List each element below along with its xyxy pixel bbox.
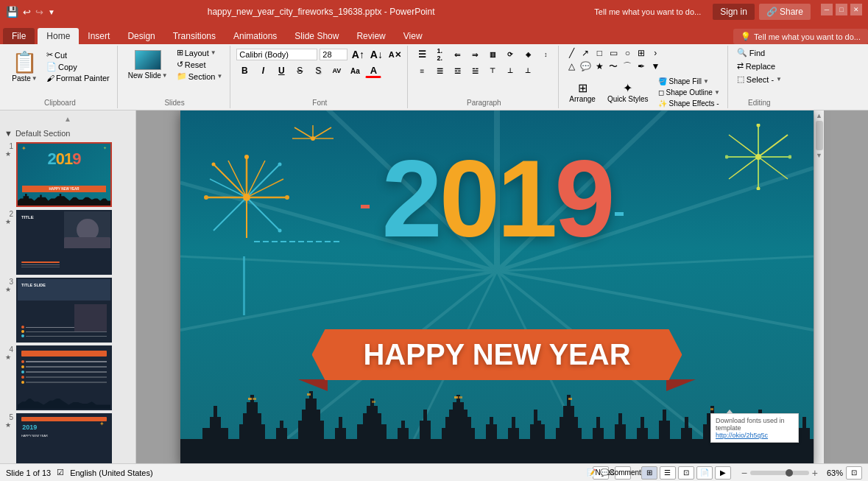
slide-5-thumbnail[interactable]: 2019 HAPPY NEW YEAR ✦ [16,413,112,463]
reading-view-button[interactable]: ▶ [715,466,731,480]
copy-button[interactable]: 📄 Copy [43,61,113,72]
scroll-thumb[interactable] [816,121,823,150]
triangle-shape[interactable]: △ [565,60,578,72]
slide-3-thumbnail[interactable]: TITLE SLIDE [16,278,112,343]
arrow-shape[interactable]: ↗ [579,47,592,59]
rect-shape[interactable]: □ [593,47,606,59]
tell-me-box[interactable]: 💡 Tell me what you want to do... [733,29,868,44]
more-shapes[interactable]: ⊞ [635,47,648,59]
convert-to-smartart-button[interactable]: ◈ [520,47,536,62]
tab-view[interactable]: View [395,28,431,44]
normal-view-button[interactable]: ⊞ [641,466,657,480]
format-painter-button[interactable]: 🖌 Format Painter [43,73,113,83]
star-shape[interactable]: ★ [593,60,606,72]
change-case-button[interactable]: Aa [347,63,363,78]
tab-home[interactable]: Home [38,28,79,44]
fit-slide-button[interactable]: ⊡ [846,466,862,480]
zoom-out-button[interactable]: − [741,467,747,479]
quick-styles-button[interactable]: ✦ Quick Styles [603,74,653,110]
tab-slideshow[interactable]: Slide Show [286,28,347,44]
zoom-level[interactable]: 63% [821,468,843,477]
sign-in-button[interactable]: Sign in [713,4,755,20]
line-shape[interactable]: ╱ [565,47,578,59]
bullets-button[interactable]: ☰ [414,47,430,62]
font-name-input[interactable] [236,49,317,60]
comments-button[interactable]: 💬 Comments [615,466,631,480]
undo-icon[interactable]: ↩ [23,7,31,18]
callout-shape[interactable]: 💬 [579,60,592,72]
shape-outline-button[interactable]: ◻ Shape Outline▼ [655,88,722,97]
scroll-down-arrow[interactable]: ▼ [816,152,822,159]
share-button[interactable]: 🔗 Share [759,4,811,20]
close-button[interactable]: ✕ [850,4,862,15]
font-size-input[interactable] [320,49,347,60]
align-middle-button[interactable]: ⊥ [502,63,518,78]
replace-button[interactable]: ⇄ Replace [734,60,785,71]
slide-canvas[interactable]: 2 0 1 9 HAPPY NEW YEAR [180,110,814,463]
notes-view-button[interactable]: 📄 [696,466,713,480]
char-spacing-button[interactable]: AV [328,63,345,78]
outline-view-button[interactable]: ☰ [660,466,676,480]
align-bottom-button[interactable]: ⊥ [520,63,536,78]
slide-1-thumbnail[interactable]: 2019 HAPPY NEW YEAR ✦ ✦ [16,142,112,207]
rounded-rect-shape[interactable]: ▭ [607,47,620,59]
justify-button[interactable]: ☱ [467,63,483,78]
layout-button[interactable]: ⊞ Layout▼ [174,47,226,58]
tab-review[interactable]: Review [347,28,394,44]
tab-design[interactable]: Design [119,28,163,44]
new-slide-button[interactable]: New Slide▼ [124,47,172,82]
increase-indent-button[interactable]: ⇒ [467,47,483,62]
align-center-button[interactable]: ☰ [431,63,448,78]
slide-4-thumbnail[interactable] [16,345,112,410]
bold-button[interactable]: B [236,63,253,78]
text-direction-button[interactable]: ⟳ [502,47,518,62]
minimize-button[interactable]: ─ [821,4,833,15]
language[interactable]: English (United States) [70,468,153,477]
oval-shape[interactable]: ○ [621,47,634,59]
sign-in-button[interactable]: Tell me what you want to do... [587,4,708,19]
section-header[interactable]: ▼ Default Section [3,127,133,139]
shadow-button[interactable]: S [310,63,326,78]
columns-button[interactable]: ▥ [484,47,501,62]
slide-2-thumbnail[interactable]: TITLE [16,210,112,275]
save-icon[interactable]: 💾 [6,6,18,18]
cut-button[interactable]: ✂ Cut [43,49,113,60]
increase-font-button[interactable]: A↑ [350,47,366,62]
tab-insert[interactable]: Insert [79,28,119,44]
zoom-slider[interactable] [750,471,809,475]
select-button[interactable]: ⬚ Select -▼ [734,74,785,85]
align-right-button[interactable]: ☲ [449,63,465,78]
font-color-button[interactable]: A [365,63,381,78]
shape-fill-button[interactable]: 🪣 Shape Fill▼ [655,77,722,86]
scroll-up-btn[interactable]: ▲ [3,113,133,124]
accessibility-icon[interactable]: ☑ [57,468,64,477]
paste-button[interactable]: 📋 Paste▼ [7,47,42,85]
reset-button[interactable]: ↺ Reset [174,59,226,70]
numbering-button[interactable]: 1.2. [431,47,448,62]
restore-button[interactable]: □ [836,4,847,15]
strikethrough-button[interactable]: S [292,63,308,78]
wave-shape[interactable]: 〜 [607,60,620,72]
tab-file[interactable]: File [3,28,35,44]
arrange-button[interactable]: ⊞ Arrange [565,74,600,110]
tooltip-link[interactable]: http://okio/2h5q5c [716,432,794,439]
decrease-indent-button[interactable]: ⇐ [449,47,465,62]
section-button[interactable]: 📁 Section▼ [174,71,226,82]
underline-button[interactable]: U [273,63,289,78]
clear-formatting-button[interactable]: A✕ [387,47,403,62]
scroll-up-arrow[interactable]: ▲ [816,112,822,119]
slide-sorter-button[interactable]: ⊡ [678,466,694,480]
tab-transitions[interactable]: Transitions [164,28,225,44]
zoom-in-button[interactable]: + [812,467,818,479]
freeform-shape[interactable]: ✒ [635,60,648,72]
chevron-shape[interactable]: › [649,47,662,59]
align-left-button[interactable]: ≡ [414,63,430,78]
align-top-button[interactable]: ⊤ [484,63,501,78]
find-button[interactable]: 🔍 Find [734,47,785,58]
vertical-scrollbar[interactable]: ▲ ▼ [814,110,824,463]
arc-shape[interactable]: ⌒ [621,60,634,72]
decrease-font-button[interactable]: A↓ [368,47,384,62]
redo-icon[interactable]: ↪ [35,7,43,18]
shapes-more-btn[interactable]: ▼ [649,60,662,72]
line-spacing-button[interactable]: ↕ [537,47,554,62]
